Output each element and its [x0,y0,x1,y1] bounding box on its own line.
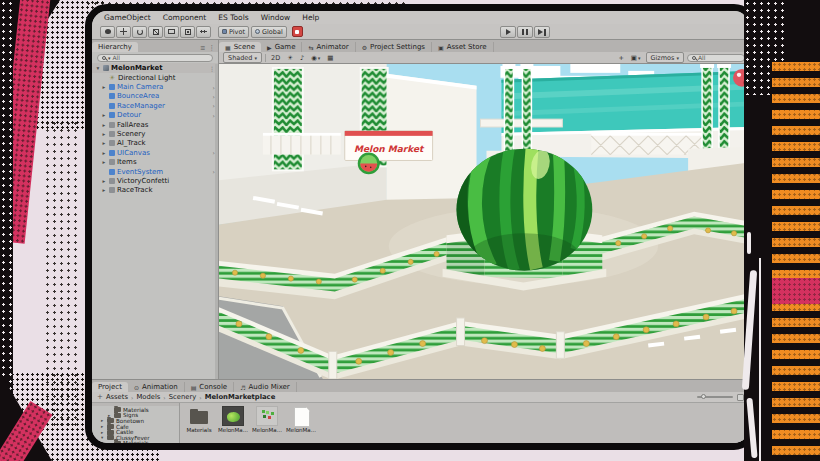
thumbnail-size-slider[interactable] [697,396,733,398]
expand-arrow-icon[interactable]: ▸ [101,122,107,128]
custom-tool-button[interactable] [196,26,211,38]
camera-settings-dropdown[interactable]: ▣▾ [629,54,643,62]
pause-button[interactable] [517,26,533,38]
expand-arrow-icon[interactable]: ▸ [101,430,105,435]
hierarchy-search-input[interactable]: ▾ All [97,54,213,62]
chevron-down-icon: ▾ [676,55,679,61]
tab-animation[interactable]: ⊙Animation [128,382,185,392]
expand-arrow-icon[interactable]: ▸ [101,112,107,118]
hierarchy-item-uicanvas[interactable]: ▸UICanvas› [92,148,218,157]
tab-game[interactable]: ▶Game [261,42,302,52]
lock-icon[interactable]: ≡ [200,44,205,52]
transform-tools [100,26,211,38]
rotate-tool-button[interactable] [132,26,147,38]
hierarchy-item-racetrack[interactable]: ▸RaceTrack [92,186,218,195]
move-tool-button[interactable] [116,26,131,38]
expand-arrow-icon[interactable]: ▾ [101,435,105,440]
doc-thumbnail [290,406,312,426]
menu-bar: GameObjectComponentES ToolsWindowHelp [92,11,749,24]
tab-audio-mixer[interactable]: ♬Audio Mixer [234,382,297,392]
menu-gameobject[interactable]: GameObject [104,13,151,22]
tab-hierarchy[interactable]: Hierarchy [92,42,138,52]
breadcrumb-assets[interactable]: Assets [106,393,128,401]
hierarchy-item-items[interactable]: ▸Items [92,158,218,167]
asset-tile[interactable]: Materials [184,406,214,433]
2d-toggle[interactable]: 2D [269,54,282,62]
folder-materials[interactable]: Materials [92,441,179,443]
scene-viewport[interactable]: Melon Market [219,64,749,379]
menu-help[interactable]: Help [302,13,319,22]
expand-arrow-icon[interactable]: ▸ [101,159,107,165]
tool-settings-icon[interactable]: + [616,54,625,62]
transform-tool-button[interactable] [180,26,195,38]
menu-es-tools[interactable]: ES Tools [218,13,248,22]
hierarchy-item-ai-track[interactable]: ▸AI_Track [92,139,218,148]
menu-window[interactable]: Window [261,13,291,22]
audio-toggle[interactable]: ♪ [298,54,306,62]
expand-arrow-icon[interactable]: ▸ [101,150,107,156]
step-button[interactable] [534,26,550,38]
collab-icon[interactable] [292,26,303,37]
rect-tool-button[interactable] [164,26,179,38]
light-icon: ☀ [109,74,116,82]
tab-icon: ♬ [240,384,245,391]
hierarchy-item-eventsystem[interactable]: EventSystem› [92,167,218,176]
hierarchy-item-directional-light[interactable]: ☀Directional Light [92,73,218,82]
lighting-toggle[interactable]: ☀ [285,54,295,62]
hierarchy-item-racemanager[interactable]: RaceManager› [92,101,218,110]
tab-label: Console [199,383,227,391]
tab-animator[interactable]: ⇆Animator [302,42,355,52]
tab-asset-store[interactable]: ▣Asset Store [432,42,494,52]
hierarchy-item-label: FallAreas [117,121,148,129]
scene-root-row[interactable]: ▾ MelonMarket ⋮ [92,63,218,73]
tab-project-settings[interactable]: ⚙Project Settings [356,42,432,52]
collapse-arrow-icon[interactable]: ▾ [95,65,101,71]
scrollbar[interactable] [215,64,218,379]
expand-arrow-icon[interactable]: ▸ [101,424,105,429]
expand-arrow-icon[interactable]: ▸ [101,131,107,137]
hierarchy-item-label: Main Camera [117,83,163,91]
tab-scene[interactable]: ▦Scene [219,42,261,52]
gizmos-dropdown[interactable]: Gizmos▾ [646,52,684,63]
hierarchy-item-scenery[interactable]: ▸Scenery [92,129,218,138]
hierarchy-item-detour[interactable]: ▸Detour› [92,111,218,120]
breadcrumb-separator: › [199,394,201,401]
expand-arrow-icon[interactable]: ▸ [101,187,107,193]
scale-tool-button[interactable] [148,26,163,38]
tab-console[interactable]: ▤Console [185,382,234,392]
asset-tile[interactable]: MelonMa... [218,406,248,433]
slider-knob[interactable] [701,394,706,399]
asset-tile[interactable]: MelonMa... [286,406,316,433]
menu-component[interactable]: Component [163,13,207,22]
breadcrumb-scenery[interactable]: Scenery [169,393,197,401]
expand-arrow-icon[interactable]: ▸ [101,418,105,423]
play-button[interactable] [500,26,516,38]
global-toggle[interactable]: Global [251,26,287,38]
asset-tile[interactable]: MelonMa... [252,406,282,433]
hierarchy-item-bouncearea[interactable]: BounceArea› [92,92,218,101]
hierarchy-item-main-camera[interactable]: ▸Main Camera› [92,82,218,91]
favorites-icon[interactable]: + [97,393,103,401]
right-ink-column [744,0,820,461]
breadcrumb-melonmarketplace[interactable]: MelonMarketplace [205,393,276,401]
expand-arrow-icon[interactable]: ▸ [101,178,107,184]
folder-icon [114,413,121,418]
effects-dropdown[interactable]: ◉▾ [309,54,322,62]
pan-tool-button[interactable] [100,26,115,38]
lock-icon[interactable] [737,394,744,401]
breadcrumb-models[interactable]: Models [136,393,160,401]
unity-scene-icon [103,65,109,71]
kebab-menu-icon[interactable]: ⋮ [209,44,216,52]
grid-toggle-icon[interactable]: ▦ [325,54,335,62]
expand-arrow-icon[interactable]: ▸ [101,84,107,90]
tab-project[interactable]: Project [92,382,128,392]
pivot-toggle[interactable]: Pivot [218,26,249,38]
gameobject-cube-icon [109,122,115,128]
hierarchy-item-fallareas[interactable]: ▸FallAreas [92,120,218,129]
shading-mode-dropdown[interactable]: Shaded▾ [223,52,262,63]
expand-arrow-icon[interactable]: ▸ [101,140,107,146]
paint-streak [746,398,757,458]
scene-search-input[interactable]: All [687,54,745,62]
hierarchy-item-victoryconfetti[interactable]: ▸VictoryConfetti [92,176,218,185]
hierarchy-panel: Hierarchy ≡ ⋮ ▾ All ▾ MelonM [92,40,219,379]
